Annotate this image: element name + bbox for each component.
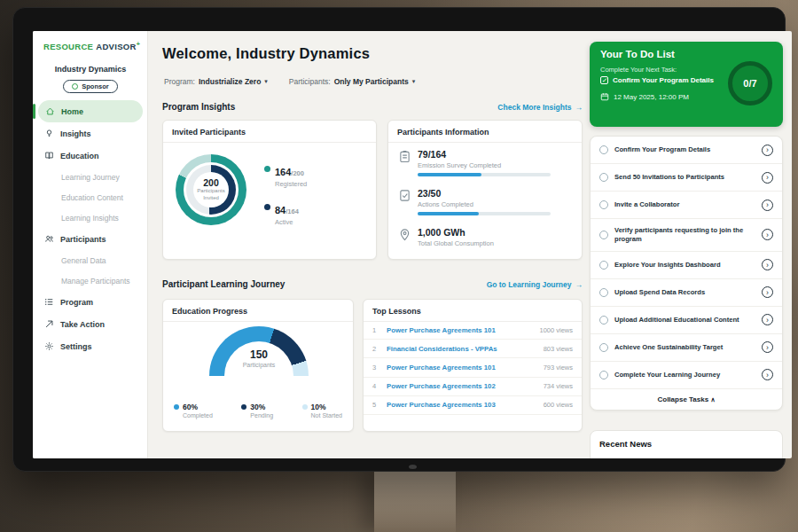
sidebar-item-label: Education Content	[61, 193, 123, 202]
task-checkbox-icon[interactable]	[599, 231, 608, 239]
recent-news-title: Recent News	[599, 439, 773, 449]
sponsor-label: Sponsor	[82, 82, 108, 90]
task-checkbox-icon[interactable]	[599, 316, 608, 325]
todo-next-task[interactable]: ✓ Confirm Your Program Details	[600, 76, 714, 84]
donut-center-label: Participants	[197, 188, 224, 195]
todo-task-row[interactable]: Invite a Collaborator ›	[591, 192, 782, 219]
photo-background: RESOURCEADVISOR+ Industry Dynamics Spons…	[0, 0, 798, 532]
todo-task-list-card: Confirm Your Program Details › Send 50 I…	[590, 136, 783, 411]
sidebar-item-education[interactable]: Education	[33, 145, 148, 167]
gear-icon	[44, 341, 54, 351]
task-checkbox-icon[interactable]	[599, 288, 608, 297]
chevron-glyph: ›	[766, 200, 769, 209]
sidebar-item-settings[interactable]: Settings	[33, 335, 148, 357]
checklist-icon	[399, 189, 411, 202]
arrow-right-icon: →	[575, 280, 583, 289]
task-checkbox-icon[interactable]	[599, 173, 608, 182]
legend-percent: 10%	[311, 403, 342, 411]
stat-label: Actions Completed	[418, 200, 551, 208]
lesson-link[interactable]: Financial Considerations - VPPAs	[387, 345, 536, 353]
chevron-right-icon[interactable]: ›	[762, 369, 773, 380]
lesson-row: 1 Power Purchase Agreements 101 1000 vie…	[364, 321, 582, 340]
section-title: Program Insights	[162, 102, 235, 112]
sidebar-item-take-action[interactable]: Take Action	[33, 313, 148, 335]
todo-task-row[interactable]: Send 50 Invitations to Participants ›	[591, 164, 782, 192]
chevron-right-icon[interactable]: ›	[762, 286, 773, 298]
participants-dropdown[interactable]: Participants: Only My Participants ▾	[289, 77, 415, 86]
todo-task-row[interactable]: Achieve One Sustainability Target ›	[591, 334, 782, 362]
task-checkbox-icon[interactable]	[599, 200, 608, 209]
sidebar-item-insights[interactable]: Insights	[33, 122, 148, 145]
legend-value: 164	[275, 167, 291, 177]
chevron-right-icon[interactable]: ›	[762, 314, 773, 325]
task-label: Confirm Your Program Details	[614, 145, 755, 154]
task-label: Invite a Collaborator	[614, 200, 755, 209]
legend-total: /164	[286, 207, 299, 215]
collapse-tasks-button[interactable]: Collapse Tasks ∧	[591, 389, 782, 410]
dashboard-screen: RESOURCEADVISOR+ Industry Dynamics Spons…	[33, 31, 792, 458]
chevron-right-icon[interactable]: ›	[762, 229, 773, 240]
check-more-insights-link[interactable]: Check More Insights →	[497, 103, 583, 112]
task-label: Send 50 Invitations to Participants	[614, 173, 755, 182]
donut-center-value: 200	[203, 177, 219, 188]
stat-row-emission-survey: 79/164 Emission Survey Completed	[399, 149, 551, 176]
sidebar-item-label: Education	[60, 152, 99, 160]
legend-total: /200	[291, 169, 304, 177]
todo-task-row[interactable]: Upload Additional Educational Content ›	[591, 307, 782, 334]
sidebar-item-learning-insights[interactable]: Learning Insights	[33, 207, 148, 228]
sidebar-item-manage-participants[interactable]: Manage Participants	[33, 270, 148, 291]
arrow-right-icon: →	[575, 103, 583, 112]
location-pin-icon	[399, 228, 411, 241]
chevron-glyph: ›	[766, 343, 769, 352]
lesson-views: 734 views	[544, 382, 573, 390]
sponsor-badge-wrap: Sponsor	[33, 77, 148, 93]
task-label: Achieve One Sustainability Target	[614, 343, 755, 352]
todo-task-row[interactable]: Explore Your Insights Dashboard ›	[591, 252, 782, 279]
lessons-list: 1 Power Purchase Agreements 101 1000 vie…	[364, 321, 582, 415]
progress-bar-fill	[418, 173, 481, 176]
todo-task-row[interactable]: Upload Spend Data Records ›	[591, 279, 782, 307]
lesson-row: 3 Power Purchase Agreements 101 793 view…	[364, 358, 582, 377]
sidebar-item-label: Learning Insights	[61, 214, 119, 223]
check-glyph: ✓	[602, 77, 607, 83]
chevron-glyph: ›	[766, 371, 769, 379]
chevron-right-icon[interactable]: ›	[762, 145, 773, 156]
legend-item-not-started: 10% Not Started	[302, 403, 342, 419]
lesson-link[interactable]: Power Purchase Agreements 103	[387, 401, 536, 409]
sidebar-item-participants[interactable]: Participants	[33, 228, 148, 250]
sidebar-item-home[interactable]: Home	[38, 100, 143, 122]
lesson-link[interactable]: Power Purchase Agreements 101	[387, 326, 532, 334]
todo-task-row[interactable]: Confirm Your Program Details ›	[591, 137, 782, 164]
chevron-down-icon: ▾	[412, 78, 416, 85]
task-checkbox-icon[interactable]	[599, 343, 608, 352]
todo-subtitle: Complete Your Next Task:	[600, 66, 677, 74]
todo-task-row[interactable]: Verify participants requesting to join t…	[591, 219, 782, 252]
lesson-link[interactable]: Power Purchase Agreements 101	[387, 364, 536, 372]
recent-news-card: Recent News	[590, 430, 783, 458]
sidebar-item-education-content[interactable]: Education Content	[33, 187, 148, 207]
participants-dropdown-value: Only My Participants	[334, 77, 409, 86]
program-dropdown[interactable]: Program: Industrialize Zero ▾	[164, 77, 268, 86]
task-checkbox-icon[interactable]	[599, 145, 608, 154]
task-checkbox-icon[interactable]	[599, 371, 608, 379]
section-title: Participant Learning Journey	[162, 279, 285, 289]
sidebar-item-program[interactable]: Program	[33, 291, 148, 313]
filters-bar: Program: Industrialize Zero ▾ Participan…	[164, 77, 415, 86]
chevron-right-icon[interactable]: ›	[762, 200, 773, 211]
stat-label: Emission Survey Completed	[418, 161, 551, 169]
lesson-views: 803 views	[544, 345, 573, 353]
lesson-link[interactable]: Power Purchase Agreements 102	[387, 382, 536, 390]
go-to-learning-journey-link[interactable]: Go to Learning Journey →	[487, 280, 583, 289]
gauge-center-label: Participants	[209, 362, 309, 368]
education-progress-card: Education Progress 150 Participants 60% …	[162, 299, 354, 432]
sidebar-item-general-data[interactable]: General Data	[33, 250, 148, 270]
chevron-right-icon[interactable]: ›	[762, 259, 773, 270]
lesson-rank: 3	[372, 364, 379, 372]
chevron-right-icon[interactable]: ›	[762, 341, 773, 353]
task-checkbox-icon[interactable]	[599, 261, 608, 270]
legend-label: Pending	[250, 412, 273, 419]
sidebar-item-learning-journey[interactable]: Learning Journey	[33, 167, 148, 187]
chevron-right-icon[interactable]: ›	[762, 172, 773, 184]
todo-task-row[interactable]: Complete Your Learning Journey ›	[591, 362, 782, 389]
lesson-views: 793 views	[544, 364, 573, 372]
